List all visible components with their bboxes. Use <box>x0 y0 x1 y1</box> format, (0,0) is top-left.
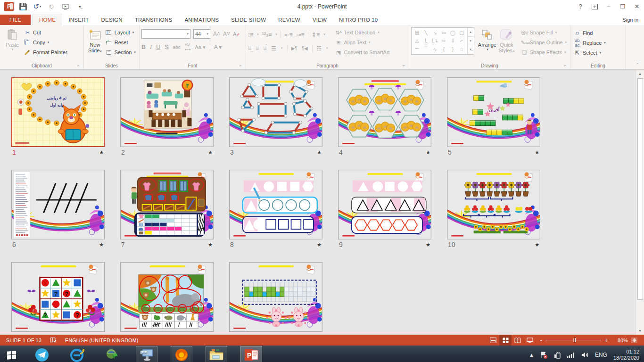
slide-thumbnail-4[interactable]: 4★ <box>338 77 431 157</box>
slide-1-preview[interactable]: تم 4 ریاضیپایه اول <box>11 77 105 147</box>
down-arrow-shape-icon[interactable]: ⇩ <box>448 37 457 45</box>
tab-insert[interactable]: INSERT <box>62 15 95 25</box>
triangle-shape-icon[interactable]: △ <box>413 37 421 45</box>
ribbon-display-options-icon[interactable] <box>587 0 602 13</box>
slide-thumbnail-11[interactable]: ????11★ <box>11 262 105 335</box>
font-size-combo[interactable]: 44▾ <box>193 29 210 39</box>
textbox-shape-icon[interactable]: ▤ <box>413 29 421 37</box>
undo-icon[interactable]: ↺▾ <box>31 1 43 12</box>
oval-shape-icon[interactable]: ◯ <box>448 29 457 37</box>
tab-nitro-pro[interactable]: NITRO PRO 10 <box>333 15 384 25</box>
layout-button[interactable]: Layout▾ <box>104 28 137 37</box>
animation-star-icon[interactable]: ★ <box>535 149 539 156</box>
animation-star-icon[interactable]: ★ <box>208 149 213 156</box>
tab-slide-show[interactable]: SLIDE SHOW <box>225 15 272 25</box>
taskbar-file-explorer-icon[interactable] <box>206 346 227 362</box>
action-center-flag-icon[interactable] <box>540 352 548 359</box>
reset-button[interactable]: Reset <box>104 38 137 47</box>
slide-12-preview[interactable] <box>120 262 214 332</box>
slide-8-preview[interactable] <box>229 170 322 239</box>
sign-in-link[interactable]: Sign in <box>622 17 638 23</box>
curve-shape-icon[interactable]: ∿ <box>430 45 439 53</box>
zoom-percentage[interactable]: 80% <box>612 337 628 343</box>
slide-5-preview[interactable]: آفرین <box>447 77 540 147</box>
slide-2-preview[interactable]: ۴ <box>120 77 214 147</box>
tab-transitions[interactable]: TRANSITIONS <box>129 15 179 25</box>
taskbar-remote-keyboard-app[interactable] <box>136 346 157 362</box>
shapes-scroll-down-icon[interactable]: ▼ <box>468 37 474 46</box>
network-signal-icon[interactable] <box>567 352 575 358</box>
arc-shape-icon[interactable]: ⌒ <box>421 45 430 53</box>
slide-thumbnail-9[interactable]: 9★ <box>338 170 431 250</box>
slide-thumbnail-8[interactable]: 8★ <box>229 170 322 250</box>
star-shape-icon[interactable]: ☆ <box>457 45 466 53</box>
shapes-gallery[interactable]: ▤ ╲ ↘ ▭ ◯ ▢ △ ᒪ ᒪ↴ ⇨ ⇩ ⌐ 〜 ⌒ ∿ { } <box>411 27 474 55</box>
input-language-indicator[interactable]: ENG <box>595 352 607 358</box>
slide-3-preview[interactable] <box>229 77 322 147</box>
slide-thumbnail-3[interactable]: 3★ <box>229 77 322 157</box>
animation-star-icon[interactable]: ★ <box>99 242 104 248</box>
minimize-icon[interactable]: – <box>602 0 616 13</box>
animation-star-icon[interactable]: ★ <box>99 149 104 156</box>
animation-star-icon[interactable]: ★ <box>317 242 322 248</box>
taskbar-powerpoint-icon[interactable]: P <box>240 346 262 362</box>
find-button[interactable]: ⌭Find <box>572 29 624 37</box>
animation-star-icon[interactable]: ★ <box>535 242 539 248</box>
slide-6-preview[interactable] <box>11 170 105 239</box>
tab-review[interactable]: REVIEW <box>272 15 306 25</box>
clipboard-dialog-launcher[interactable]: ⌐ <box>77 64 82 68</box>
reading-view-icon[interactable] <box>512 335 524 346</box>
slideshow-view-icon[interactable] <box>524 335 536 346</box>
line-shape-icon[interactable]: ╲ <box>421 29 430 37</box>
drawing-dialog-launcher[interactable]: ⌐ <box>564 64 569 68</box>
slide-thumbnail-10[interactable]: 10★ <box>447 170 540 250</box>
shapes-gallery-scrollbar[interactable]: ▲▼▼̳ <box>467 28 474 54</box>
normal-view-icon[interactable] <box>487 335 499 346</box>
animation-star-icon[interactable]: ★ <box>317 334 322 335</box>
slide-thumbnail-5[interactable]: آفرین5★ <box>447 77 540 157</box>
slide-thumbnail-12[interactable]: 12★ <box>120 262 214 335</box>
zoom-slider-thumb[interactable] <box>574 337 576 343</box>
scroll-up-icon[interactable]: ▲ <box>636 70 644 78</box>
right-arrow-shape-icon[interactable]: ⇨ <box>439 37 448 45</box>
vertical-scrollbar[interactable]: ▲ ▼ <box>636 70 644 335</box>
taskbar-idm-icon[interactable] <box>101 346 123 362</box>
select-button[interactable]: ⇱Select▾ <box>572 49 624 57</box>
language-label[interactable]: ENGLISH (UNITED KINGDOM) <box>65 337 138 343</box>
tab-view[interactable]: VIEW <box>306 15 333 25</box>
left-brace-shape-icon[interactable]: { <box>439 45 448 53</box>
slide-sorter-view-icon[interactable] <box>499 335 512 346</box>
slide-thumbnail-2[interactable]: ۴2★ <box>120 77 214 157</box>
scribble-shape-icon[interactable]: 〜 <box>413 45 421 53</box>
volume-icon[interactable] <box>581 352 589 358</box>
slide-13-preview[interactable] <box>229 262 322 332</box>
restore-icon[interactable]: ❐ <box>616 0 630 13</box>
help-icon[interactable]: ? <box>573 0 587 13</box>
cut-button[interactable]: ✂Cut <box>23 28 69 37</box>
tab-design[interactable]: DESIGN <box>95 15 129 25</box>
rounded-rect-shape-icon[interactable]: ▢ <box>457 29 466 37</box>
shapes-scroll-up-icon[interactable]: ▲ <box>468 28 474 37</box>
close-icon[interactable]: ✕ <box>630 0 644 13</box>
copy-button[interactable]: Copy▾ <box>23 38 69 47</box>
start-button[interactable] <box>0 346 23 362</box>
zoom-slider[interactable] <box>545 340 601 340</box>
save-icon[interactable]: 💾 <box>17 1 29 12</box>
slide-7-preview[interactable] <box>120 170 214 239</box>
taskbar-firefox-icon[interactable] <box>171 346 192 362</box>
tab-home[interactable]: HOME <box>33 15 62 25</box>
font-dialog-launcher[interactable]: ⌐ <box>239 64 244 68</box>
taskbar-internet-explorer-icon[interactable] <box>66 346 88 362</box>
zoom-out-icon[interactable]: - <box>540 338 542 343</box>
font-name-combo[interactable]: ▾ <box>141 29 190 39</box>
taskbar-telegram-icon[interactable] <box>31 346 53 362</box>
animation-star-icon[interactable]: ★ <box>99 334 104 335</box>
rectangle-shape-icon[interactable]: ▭ <box>439 29 448 37</box>
start-slideshow-icon[interactable] <box>59 1 72 12</box>
animation-star-icon[interactable]: ★ <box>208 334 213 335</box>
show-hidden-icons-icon[interactable]: ▲ <box>529 352 534 358</box>
animation-star-icon[interactable]: ★ <box>208 242 213 248</box>
scroll-down-icon[interactable]: ▼ <box>636 327 644 335</box>
tab-file[interactable]: FILE <box>0 15 31 25</box>
slide-9-preview[interactable] <box>338 170 431 239</box>
